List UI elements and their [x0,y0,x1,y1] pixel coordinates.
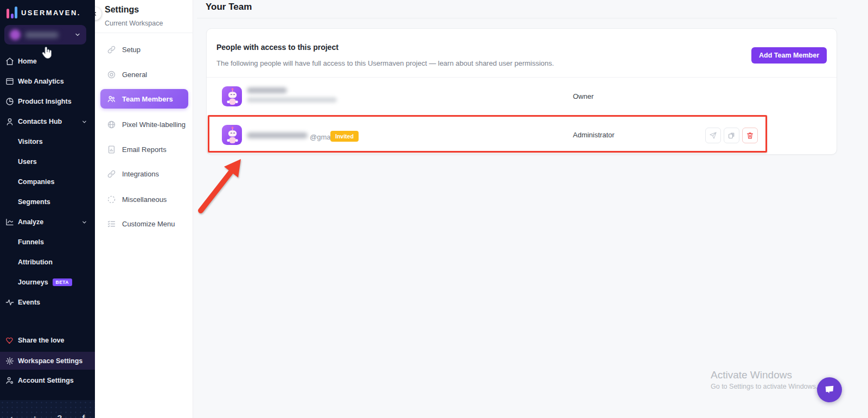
watermark-line2: Go to Settings to activate Windows. [711,383,818,390]
avatar [222,86,242,106]
workspace-avatar [10,29,21,40]
sidebar-item-label: Web Analytics [18,78,64,85]
sidebar-item-label: Product Insights [18,98,72,105]
arrow-up-icon[interactable]: ↑ [33,413,37,418]
settings-item-label: Email Reports [122,145,167,154]
sidebar-item-label: Workspace Settings [18,357,82,365]
workspace-name-redacted [25,32,59,38]
member-role: Administrator [573,131,615,139]
sidebar-item-label: Attribution [18,258,53,266]
resend-invite-button[interactable] [705,128,721,143]
settings-item-label: Pixel White-labelling [122,121,186,129]
settings-item-label: Team Members [122,95,173,103]
avatar [222,125,242,145]
pie-chart-icon [5,97,14,106]
target-icon [107,70,116,79]
link-icon [107,45,116,54]
page-title: Your Team [206,2,252,12]
invited-badge: Invited [330,131,359,142]
person-icon [5,117,14,126]
logo-bars-icon [7,7,17,18]
sidebar-item-label: Visitors [18,138,43,145]
add-team-member-button[interactable]: Add Team Member [751,47,827,64]
settings-subtitle: Current Workspace [105,20,163,27]
sidebar-item-label: Companies [18,178,54,186]
copy-invite-link-button[interactable] [724,128,739,143]
sidebar-item-companies[interactable]: Companies [0,175,95,189]
sidebar-item-web-analytics[interactable]: Web Analytics [0,74,95,88]
settings-item-general[interactable]: General [100,65,188,84]
person-gear-icon [5,376,14,385]
sidebar-item-product-insights[interactable]: Product Insights [0,94,95,109]
settings-title: Settings [105,5,139,15]
card-description: The following people will have full acce… [216,59,554,67]
chat-widget-button[interactable] [817,377,842,402]
sidebar: USERMAVEN. Home Web Analytics Product In… [0,0,95,418]
team-access-card: People with access to this project The f… [206,28,837,155]
sidebar-item-label: Journeys [18,278,48,286]
sidebar-item-label: Events [18,299,40,306]
beta-badge: BETA [53,278,72,286]
dashed-circle-icon [107,195,116,204]
chat-bubble-icon [824,384,835,396]
sidebar-item-account-settings[interactable]: Account Settings [0,373,95,388]
copy-icon [727,131,736,140]
member-role: Owner [573,92,593,100]
sidebar-item-analyze[interactable]: Analyze [0,215,95,229]
settings-item-integrations[interactable]: Integrations [100,164,188,183]
chevron-down-icon [81,119,87,125]
member-email-redacted [247,97,337,103]
usermaven-logo: USERMAVEN. [7,7,81,18]
member-name-redacted [247,87,287,93]
table-row-owner: Owner [207,78,837,116]
sidebar-item-contacts-hub[interactable]: Contacts Hub [0,115,95,129]
chevron-down-icon [81,219,87,225]
settings-item-pixel-white-labelling[interactable]: Pixel White-labelling [100,115,188,134]
settings-item-label: Customize Menu [122,220,175,228]
settings-item-customize-menu[interactable]: Customize Menu [100,214,188,233]
feedback-icon[interactable]: f [82,413,85,418]
document-icon [107,145,116,154]
logo-text: USERMAVEN. [21,9,81,17]
gear-icon [5,357,14,365]
link-icon [107,169,116,179]
sidebar-item-visitors[interactable]: Visitors [0,135,95,149]
globe-icon [107,120,116,129]
sidebar-item-users[interactable]: Users [0,155,95,169]
settings-item-label: General [122,71,147,79]
chevron-down-icon [74,31,81,38]
sidebar-item-funnels[interactable]: Funnels [0,235,95,249]
settings-item-miscellaneous[interactable]: Miscellaneous [100,189,188,209]
trash-icon [746,131,754,140]
sidebar-item-workspace-settings[interactable]: Workspace Settings [0,352,95,370]
sidebar-item-journeys[interactable]: Journeys BETA [0,275,95,289]
settings-item-email-reports[interactable]: Email Reports [100,140,188,159]
settings-item-team-members[interactable]: Team Members [100,89,188,109]
workspace-selector[interactable] [4,25,86,45]
sidebar-item-events[interactable]: Events [0,295,95,309]
settings-panel: Settings Current Workspace Setup General… [95,0,193,418]
sidebar-item-label: Segments [18,198,50,206]
sidebar-item-segments[interactable]: Segments [0,195,95,209]
sidebar-item-label: Account Settings [18,377,74,384]
settings-item-label: Integrations [122,170,159,178]
sidebar-item-share-the-love[interactable]: Share the love [0,333,95,347]
people-icon [107,94,116,104]
table-row-invited: @gmail.com Invited Administrator [207,116,837,154]
help-icon[interactable]: ? [57,413,62,418]
sidebar-item-attribution[interactable]: Attribution [0,255,95,269]
mouse-cursor-hand-icon [40,47,53,63]
row-actions [705,128,758,143]
sidebar-item-label: Users [18,158,37,166]
sidebar-item-label: Funnels [18,238,44,246]
checklist-icon [107,219,116,229]
settings-item-setup[interactable]: Setup [100,40,188,59]
home-icon [5,57,14,66]
sidebar-item-label: Home [18,58,37,65]
settings-item-label: Miscellaneous [122,195,167,204]
sidebar-item-label: Contacts Hub [18,118,62,125]
chevron-left-icon[interactable]: ‹ [10,413,13,418]
divider [95,33,193,33]
delete-member-button[interactable] [742,128,758,143]
sidebar-bottom-bar: ‹ ↑ ? f [0,400,95,418]
